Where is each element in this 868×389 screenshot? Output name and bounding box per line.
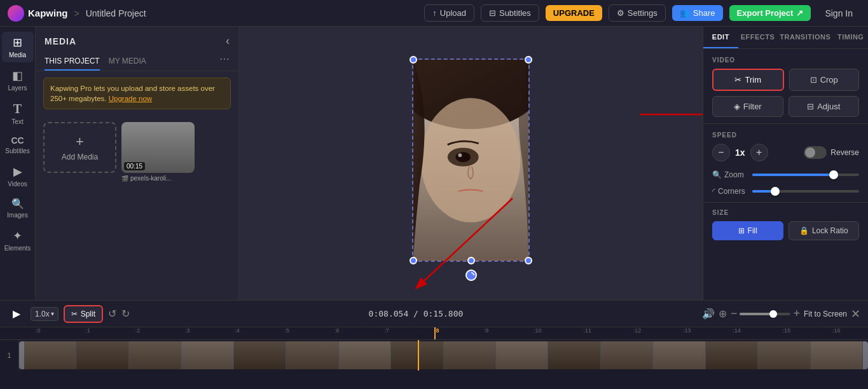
zoom-track[interactable]: [740, 313, 790, 315]
play-button[interactable]: ▶: [8, 305, 25, 323]
fill-button[interactable]: ⊞ Fill: [712, 221, 783, 240]
media-more-icon[interactable]: ⋯: [219, 53, 230, 71]
signin-button[interactable]: Sign In: [817, 5, 860, 22]
lock-ratio-button[interactable]: 🔒 Lock Ratio: [789, 221, 860, 240]
logo-icon: [8, 5, 24, 22]
split-icon: ✂: [71, 310, 78, 318]
trim-icon: ✂: [734, 75, 741, 85]
mute-button[interactable]: 🔊: [702, 308, 715, 320]
subtitles-sidebar-icon: CC: [11, 135, 24, 146]
strip-frame-5: [234, 341, 286, 369]
zoom-icon: 🔍: [712, 170, 722, 179]
main-area: ⊞ Media ◧ Layers T Text CC Subtitles ▶ V…: [0, 27, 868, 300]
svg-point-4: [456, 152, 471, 162]
corners-slider-thumb[interactable]: [771, 187, 780, 196]
trim-button[interactable]: ✂ Trim: [712, 69, 784, 91]
zoom-slider-track[interactable]: [752, 174, 859, 176]
selection-handle-tr[interactable]: [525, 56, 532, 64]
sidebar-item-videos[interactable]: ▶ Videos: [2, 161, 34, 191]
corners-label: ◜ Corners: [712, 187, 747, 196]
speed-section: SPEED − 1x + Reverse: [703, 126, 868, 167]
video-preview-svg: [413, 60, 528, 261]
adjust-button[interactable]: ⊟ Adjust: [789, 96, 860, 117]
tab-timing[interactable]: TIMING: [833, 27, 868, 48]
sidebar-item-media[interactable]: ⊞ Media: [2, 32, 34, 62]
crop-button[interactable]: ⊡ Crop: [789, 69, 860, 91]
media-tab-this-project[interactable]: THIS PROJECT: [45, 53, 100, 71]
thumbnail-duration: 00:15: [124, 162, 145, 170]
export-button[interactable]: Export Project ↗: [729, 5, 811, 21]
video-section: VIDEO ✂ Trim ⊡ Crop ◈ Filter ⊟ Adjus: [703, 49, 868, 121]
close-timeline-button[interactable]: ✕: [851, 307, 860, 321]
media-panel: MEDIA ‹ THIS PROJECT MY MEDIA ⋯ Kapwing …: [36, 27, 239, 300]
reverse-switch[interactable]: [804, 146, 827, 159]
zoom-slider-fill: [752, 174, 832, 176]
settings-button[interactable]: ⚙ Settings: [609, 4, 666, 22]
rotate-handle[interactable]: [465, 270, 477, 281]
strip-end-handle[interactable]: [863, 341, 868, 369]
split-at-playhead-icon: ⊕: [719, 308, 727, 320]
selection-handle-bl[interactable]: [410, 257, 417, 264]
tab-transitions[interactable]: TRANSITIONS: [777, 27, 833, 48]
split-at-playhead-button[interactable]: ⊕: [719, 308, 727, 320]
sidebar-item-elements[interactable]: ✦ Elements: [2, 225, 34, 256]
upgrade-now-link[interactable]: Upgrade now: [109, 95, 152, 102]
split-button[interactable]: ✂ Split: [64, 305, 103, 323]
selection-handle-br[interactable]: [525, 257, 532, 264]
speed-plus-button[interactable]: +: [750, 144, 768, 161]
upgrade-button[interactable]: UPGRADE: [546, 5, 602, 21]
share-button[interactable]: 👥 Share: [672, 5, 723, 21]
reverse-toggle: Reverse: [804, 146, 859, 159]
media-thumbnail-item[interactable]: 00:15 🎬 pexels-karoli...: [121, 122, 195, 182]
media-collapse-button[interactable]: ‹: [226, 34, 230, 48]
fill-icon: ⊞: [738, 226, 745, 235]
upload-button[interactable]: ↑ Upload: [424, 4, 474, 22]
sidebar-item-images[interactable]: 🔍 Images: [2, 194, 34, 222]
media-tab-my-media[interactable]: MY MEDIA: [109, 53, 146, 71]
logo[interactable]: Kapwing: [8, 5, 68, 22]
video-element[interactable]: [412, 58, 530, 268]
media-icon: ⊞: [13, 36, 22, 50]
tab-effects[interactable]: EFFECTS: [738, 27, 778, 48]
timeline-controls: ▶ 1.0x ▾ ✂ Split ↺ ↻ 0:08.054 / 0:15.800…: [0, 301, 868, 327]
selection-handle-bc[interactable]: [467, 257, 475, 264]
video-strip[interactable]: [19, 341, 868, 369]
redo-button[interactable]: ↻: [121, 308, 130, 320]
media-notice: Kapwing Pro lets you upload and store as…: [43, 78, 231, 109]
sidebar-item-text[interactable]: T Text: [2, 98, 34, 129]
track-content: [19, 340, 868, 371]
video-buttons-row: ✂ Trim ⊡ Crop: [712, 69, 859, 91]
zoom-out-button[interactable]: −: [731, 307, 738, 320]
zoom-thumb[interactable]: [769, 310, 777, 318]
size-section: SIZE ⊞ Fill 🔒 Lock Ratio: [703, 205, 868, 244]
layers-icon: ◧: [12, 69, 23, 83]
track-number: 1: [0, 340, 19, 371]
corners-slider-track[interactable]: [752, 190, 859, 193]
fit-to-screen-button[interactable]: Fit to Screen: [804, 310, 847, 318]
sidebar-item-subtitles[interactable]: CC Subtitles: [2, 132, 34, 158]
strip-start-handle[interactable]: [19, 341, 24, 369]
tab-edit[interactable]: EDIT: [703, 27, 738, 48]
undo-button[interactable]: ↺: [108, 308, 116, 320]
zoom-slider-thumb[interactable]: [829, 170, 838, 179]
zoom-slider-row: 🔍 Zoom: [703, 167, 868, 183]
project-name[interactable]: Untitled Project: [86, 8, 146, 18]
audio-icon: 🔊: [702, 308, 715, 320]
zoom-in-button[interactable]: +: [793, 307, 800, 320]
subtitles-button[interactable]: ⊟ Subtitles: [481, 4, 539, 22]
thumbnail-name: 🎬 pexels-karoli...: [121, 175, 195, 182]
zoom-label: 🔍 Zoom: [712, 170, 747, 179]
media-grid: + Add Media 00:15 🎬 pexels-karoli...: [36, 116, 238, 188]
add-icon: +: [76, 133, 84, 150]
add-media-button[interactable]: + Add Media: [43, 122, 116, 173]
filter-button[interactable]: ◈ Filter: [712, 96, 783, 117]
selection-handle-tl[interactable]: [410, 56, 417, 64]
sidebar-item-layers[interactable]: ◧ Layers: [2, 65, 34, 95]
speed-minus-button[interactable]: −: [712, 144, 730, 161]
ruler-marks-container: :0 :1 :2 :3 :4 :5 :6 :7 :8 :9 :10 :11 :1…: [19, 327, 849, 340]
playback-speed-selector[interactable]: 1.0x ▾: [31, 307, 59, 321]
canvas-area[interactable]: [239, 27, 703, 300]
filter-buttons-row: ◈ Filter ⊟ Adjust: [712, 96, 859, 117]
media-tabs: THIS PROJECT MY MEDIA ⋯: [36, 53, 238, 71]
gear-icon: ⚙: [617, 8, 624, 18]
